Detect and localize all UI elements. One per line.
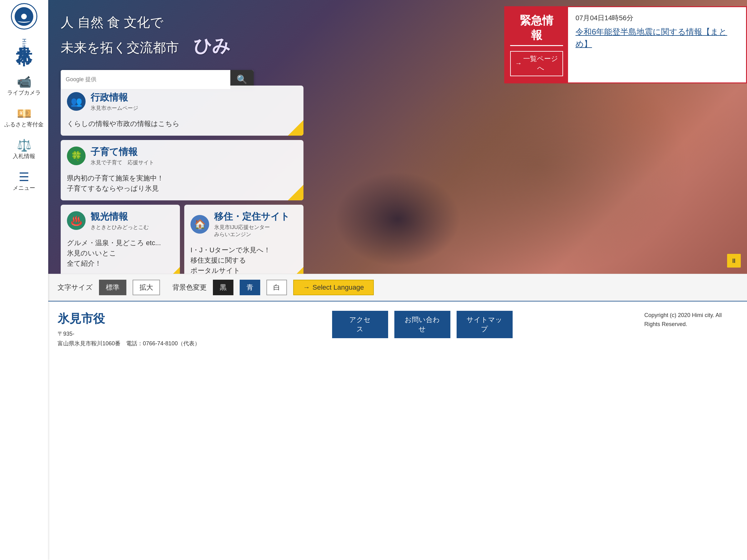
tagline-line1: 人 自然 食 文化で [61, 12, 230, 32]
footer-access-button[interactable]: アクセス [332, 311, 388, 338]
gyosei-body: くらしの情報や市政の情報はこちら [61, 115, 304, 136]
emergency-banner: 緊急情報 → 一覧ページへ 07月04日14時56分 令和6年能登半島地震に関す… [504, 6, 747, 83]
kanko-title-group: 観光情報 きときとひみどっとこむ [91, 210, 149, 231]
emergency-right: 07月04日14時56分 令和6年能登半島地震に関する情報【まとめ】 [568, 7, 746, 82]
ijyu-title: 移住・定住サイト [214, 210, 290, 223]
footer-links: アクセス お問い合わせ サイトマップ [212, 311, 632, 338]
emergency-left: 緊急情報 → 一覧ページへ [505, 7, 568, 82]
tagline-accent: ひみ [194, 35, 230, 56]
pause-icon: ⏸ [731, 257, 737, 264]
footer-toolbar: 文字サイズ 標準 拡大 背景色変更 黒 青 白 → Select Languag… [48, 274, 747, 301]
fontsize-standard-button[interactable]: 標準 [99, 280, 126, 295]
sidebar-item-nyusatsu[interactable]: ⚖️ 入札情報 [0, 137, 48, 162]
emergency-list-button[interactable]: → 一覧ページへ [510, 51, 563, 77]
ijyu-body-line3: ポータルサイト [190, 265, 297, 274]
ijyu-title-group: 移住・定住サイト 氷見市IJU応援センター みらいエンジン [214, 210, 290, 238]
footer-city-name: 氷見市役 [58, 311, 200, 327]
bgcolor-label: 背景色変更 [173, 283, 207, 292]
sidebar-item-menu[interactable]: ☰ メニュー [0, 169, 48, 193]
kosodate-body-line1: 県内初の子育て施策を実施中！ [67, 173, 297, 183]
ijyu-subtitle: 氷見市IJU応援センター みらいエンジン [214, 224, 290, 238]
sidebar-label-live-camera: ライブカメラ [7, 89, 41, 97]
logo-wave [18, 19, 30, 23]
footer-address-line1: 富山県氷見市鞍川1060番 電話：0766-74-8100（代表） [58, 339, 200, 348]
sidebar-label-nyusatsu: 入札情報 [13, 153, 35, 160]
bgcolor-blue-button[interactable]: 青 [240, 280, 260, 295]
gyosei-icon: 👥 [67, 92, 85, 111]
ijyu-body-line2: 移住支援に関する [190, 255, 297, 265]
header-tagline: 人 自然 食 文化で 未来を拓く交流都市 ひみ [61, 12, 230, 59]
emergency-news-link[interactable]: 令和6年能登半島地震に関する情報【まとめ】 [575, 26, 739, 50]
kanko-body: グルメ・温泉・見どころ etc... 氷見のいいとこ 全て紹介！ [61, 235, 180, 274]
footer: 氷見市役 〒935- 富山県氷見市鞍川1060番 電話：0766-74-8100… [48, 301, 747, 357]
sidebar-item-live-camera[interactable]: 📹 ライブカメラ [0, 74, 48, 98]
footer-contact-button[interactable]: お問い合わせ [394, 311, 450, 338]
cards-bottom-row: ♨️ 観光情報 きときとひみどっとこむ グルメ・温泉・見どころ etc... 氷… [61, 205, 304, 274]
tagline-line2: 未来を拓く交流都市 ひみ [61, 32, 230, 59]
ijyu-icon: 🏠 [190, 215, 209, 234]
logo-dot [21, 14, 27, 19]
arrow-icon: → [515, 59, 522, 69]
search-icon: 🔍 [236, 74, 248, 85]
logo-inner [15, 7, 33, 26]
sidebar-item-furusato[interactable]: 💴 ふるさと寄付金 [0, 106, 48, 130]
fontsize-label: 文字サイズ [58, 283, 93, 292]
emergency-timestamp: 07月04日14時56分 [575, 14, 739, 23]
footer-logo-area: 氷見市役 〒935- 富山県氷見市鞍川1060番 電話：0766-74-8100… [58, 311, 200, 348]
card-ijyu[interactable]: 🏠 移住・定住サイト 氷見市IJU応援センター みらいエンジン I・J・Uターン… [184, 205, 304, 274]
bgcolor-white-button[interactable]: 白 [266, 280, 287, 295]
kanko-body-line3: 全て紹介！ [67, 258, 174, 268]
footer-postal: 〒935- [58, 329, 200, 339]
gyosei-title: 行政情報 [91, 91, 138, 104]
kanko-body-line2: 氷見のいいとこ [67, 248, 174, 258]
ijyu-body-line1: I・J・Uターンで氷見へ！ [190, 245, 297, 255]
sidebar-label-menu: メニュー [13, 184, 35, 192]
footer-address: 〒935- 富山県氷見市鞍川1060番 電話：0766-74-8100（代表） [58, 329, 200, 348]
kosodate-body: 県内初の子育て施策を実施中！ 子育てするならやっぱり氷見 [61, 170, 304, 201]
footer-copyright: Copyright (c) 2020 Himi city. All Rights… [644, 311, 738, 329]
main-content: 人 自然 食 文化で 未来を拓く交流都市 ひみ 緊急情報 → 一覧ページへ 07… [48, 0, 747, 357]
gavel-icon: ⚖️ [17, 139, 31, 151]
city-name-en: Himi City [21, 38, 27, 64]
ijyu-subtitle-line1: 氷見市IJU応援センター [214, 224, 290, 231]
kosodate-title-group: 子育て情報 氷見で子育て 応援サイト [91, 145, 154, 166]
sidebar: 氷見市 Himi City 📹 ライブカメラ 💴 ふるさと寄付金 ⚖️ 入札情報… [0, 0, 48, 560]
ijyu-subtitle-line2: みらいエンジン [214, 231, 290, 238]
card-gyosei-header: 👥 行政情報 氷見市ホームページ [61, 85, 304, 115]
card-kanko-header: ♨️ 観光情報 きときとひみどっとこむ [61, 205, 180, 235]
ijyu-body: I・J・Uターンで氷見へ！ 移住支援に関する ポータルサイト [184, 242, 304, 274]
city-name-jp: 氷見市 [16, 34, 32, 37]
pause-button[interactable]: ⏸ [727, 254, 741, 268]
money-icon: 💴 [17, 108, 31, 119]
sidebar-label-furusato: ふるさと寄付金 [4, 121, 44, 128]
logo-circle [11, 3, 37, 30]
gyosei-title-group: 行政情報 氷見市ホームページ [91, 91, 138, 112]
card-kanko[interactable]: ♨️ 観光情報 きときとひみどっとこむ グルメ・温泉・見どころ etc... 氷… [61, 205, 180, 274]
info-cards: 👥 行政情報 氷見市ホームページ くらしの情報や市政の情報はこちら 🍀 子育て情… [61, 85, 304, 274]
bgcolor-black-button[interactable]: 黒 [213, 280, 233, 295]
card-kosodate-header: 🍀 子育て情報 氷見で子育て 応援サイト [61, 140, 304, 170]
kanko-title: 観光情報 [91, 210, 149, 223]
footer-sitemap-button[interactable]: サイトマップ [457, 311, 513, 338]
menu-icon: ☰ [19, 171, 29, 183]
card-ijyu-header: 🏠 移住・定住サイト 氷見市IJU応援センター みらいエンジン [184, 205, 304, 242]
gyosei-subtitle: 氷見市ホームページ [91, 105, 138, 112]
card-kosodate[interactable]: 🍀 子育て情報 氷見で子育て 応援サイト 県内初の子育て施策を実施中！ 子育てす… [61, 140, 304, 201]
kosodate-body-line2: 子育てするならやっぱり氷見 [67, 183, 297, 193]
fontsize-large-button[interactable]: 拡大 [133, 280, 160, 295]
kosodate-icon: 🍀 [67, 146, 85, 165]
kosodate-title: 子育て情報 [91, 145, 154, 158]
kanko-icon: ♨️ [67, 211, 85, 230]
lang-label: Select Language [312, 284, 364, 292]
hero-section: 人 自然 食 文化で 未来を拓く交流都市 ひみ 緊急情報 → 一覧ページへ 07… [48, 0, 747, 274]
select-language-button[interactable]: → Select Language [293, 280, 374, 295]
emergency-list-label: 一覧ページへ [523, 54, 558, 74]
kanko-subtitle: きときとひみどっとこむ [91, 224, 149, 231]
kanko-body-line1: グルメ・温泉・見どころ etc... [67, 238, 174, 248]
card-gyosei[interactable]: 👥 行政情報 氷見市ホームページ くらしの情報や市政の情報はこちら [61, 85, 304, 136]
emergency-title: 緊急情報 [520, 14, 553, 43]
lang-arrow-icon: → [303, 284, 310, 292]
camera-icon: 📹 [17, 76, 31, 88]
emergency-divider [510, 45, 563, 46]
kosodate-subtitle: 氷見で子育て 応援サイト [91, 159, 154, 166]
